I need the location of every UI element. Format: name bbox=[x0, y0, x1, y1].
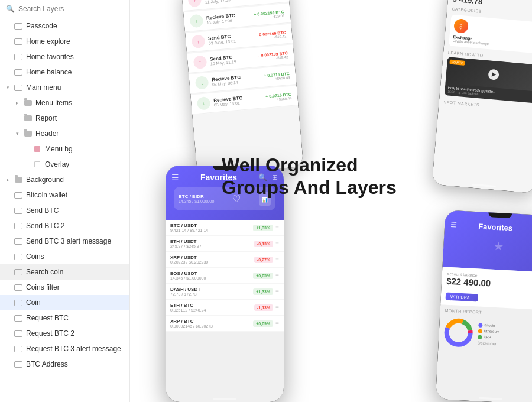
crypto-menu-icon: ≡ bbox=[275, 320, 279, 327]
layer-item-coins-filter[interactable]: Coins filter bbox=[0, 280, 129, 295]
crypto-list: BTC / USDT 9,421.14 / $9,421.14 +1,33% ≡… bbox=[166, 220, 284, 332]
screen-icon bbox=[14, 190, 23, 200]
search-icon: 🔍 bbox=[6, 5, 15, 13]
crypto-badge: -1,13% bbox=[254, 304, 273, 311]
layer-label: Request BTC 2 bbox=[26, 329, 74, 338]
screen-icon bbox=[14, 52, 23, 61]
layer-label: Header bbox=[35, 129, 59, 138]
folder-icon bbox=[23, 129, 33, 138]
crypto-info: ETH / USDT 245.97 / $245.97 bbox=[170, 239, 254, 248]
screen-icon bbox=[14, 283, 23, 292]
crypto-row: EOS / USDT 14,345 / $1.000000 +0,05% ≡ bbox=[166, 268, 284, 284]
withdraw-button[interactable]: WITHDRA... bbox=[446, 293, 478, 302]
layer-item-overlay[interactable]: Overlay bbox=[0, 157, 129, 172]
crypto-pair: ETH / USDT bbox=[170, 239, 254, 244]
tx-amount: - 0.002109 BTC -$19.42 bbox=[257, 30, 287, 40]
layer-label: Menu bg bbox=[45, 145, 73, 153]
crypto-menu-icon: ≡ bbox=[275, 304, 279, 311]
chevron-icon: ▸ bbox=[14, 100, 20, 106]
layer-label: Search coin bbox=[26, 268, 63, 276]
screen-icon bbox=[14, 267, 23, 277]
crypto-info: ETH / BTC 0.026112 / $246.24 bbox=[170, 303, 254, 312]
crypto-pair: EOS / USDT bbox=[170, 271, 253, 276]
crypto-row: XRP / USDT 0.20223 / $0.202230 -0,27% ≡ bbox=[166, 252, 284, 268]
search-input[interactable] bbox=[18, 5, 124, 13]
layer-label: Request BTC 3 alert message bbox=[26, 345, 121, 353]
crypto-row: ETH / USDT 245.97 / $245.97 -0,13% ≡ bbox=[166, 236, 284, 252]
crypto-val: 245.97 / $245.97 bbox=[170, 244, 254, 248]
phone-mockup-4: ☰ Favorites ✓ ★ Account balance $22 490.… bbox=[436, 210, 532, 402]
layer-label: Send BTC bbox=[26, 206, 59, 215]
chevron-icon: ▸ bbox=[5, 177, 11, 183]
layer-item-header[interactable]: ▾Header bbox=[0, 126, 129, 141]
folder-icon bbox=[23, 98, 33, 108]
crypto-menu-icon: ≡ bbox=[275, 273, 279, 279]
phone-mockup-1: ↑ Send BTC 11 July, 17:05 - 0.043010 BTC… bbox=[181, 0, 303, 176]
crypto-row: BTC / USDT 9,421.14 / $9,421.14 +1,33% ≡ bbox=[166, 220, 284, 236]
screen-icon bbox=[14, 221, 23, 231]
folder-icon bbox=[14, 175, 23, 184]
layer-item-background[interactable]: ▸Background bbox=[0, 172, 129, 187]
layer-item-report[interactable]: Report bbox=[0, 111, 129, 126]
crypto-badge: -0,13% bbox=[254, 241, 273, 247]
layer-item-coin[interactable]: Coin bbox=[0, 295, 129, 310]
layer-item-passcode[interactable]: Passcode bbox=[0, 18, 129, 34]
layer-item-menu-bg[interactable]: Menu bg bbox=[0, 141, 129, 157]
layer-item-btc-address[interactable]: BTC Address bbox=[0, 356, 129, 372]
screen-icon bbox=[14, 37, 23, 46]
crypto-pair: DASH / USDT bbox=[170, 287, 253, 292]
layer-item-bitcoin-wallet[interactable]: Bitcoin wallet bbox=[0, 187, 129, 203]
layer-list: PasscodeHome exploreHome favoritesHome b… bbox=[0, 18, 129, 402]
screen-icon bbox=[14, 313, 23, 323]
layer-item-coins[interactable]: Coins bbox=[0, 249, 129, 264]
crypto-badge: -0,27% bbox=[254, 257, 273, 263]
tx-icon: ↓ bbox=[195, 76, 209, 90]
star-pair: BTC / BIDR bbox=[179, 194, 214, 199]
layer-item-home-favorites[interactable]: Home favorites bbox=[0, 49, 129, 64]
tx-amount: - 0.002109 BTC -$19.42 bbox=[258, 51, 288, 61]
crypto-pair: BTC / USDT bbox=[170, 223, 253, 228]
screen-icon bbox=[14, 298, 23, 307]
crypto-val: 0.20223 / $0.202230 bbox=[170, 260, 254, 264]
layer-item-search-coin[interactable]: Search coin bbox=[0, 264, 129, 280]
tx-info: Recieve BTC 11 July, 17:06 bbox=[206, 11, 255, 25]
layer-label: Send BTC 3 alert message bbox=[26, 237, 111, 245]
tx-icon: ↓ bbox=[190, 14, 204, 28]
tx-amount: + 0.0715 BTC +$658.44 bbox=[265, 92, 292, 102]
crypto-pair: XRP / BTC bbox=[170, 319, 253, 324]
play-button bbox=[488, 69, 499, 80]
layer-label: Report bbox=[35, 114, 57, 122]
layer-item-request-btc[interactable]: Request BTC bbox=[0, 310, 129, 326]
layer-item-request-btc-2[interactable]: Request BTC 2 bbox=[0, 326, 129, 341]
phone-mockup-2: ☰ Favorites 🔍 ⊞ BTC / BIDR 14,345 / $1.0… bbox=[166, 166, 284, 402]
layer-item-home-explore[interactable]: Home explore bbox=[0, 34, 129, 49]
crypto-menu-icon: ≡ bbox=[275, 225, 279, 231]
layer-label: Main menu bbox=[26, 83, 61, 92]
crypto-pair: XRP / USDT bbox=[170, 255, 254, 260]
layer-item-menu-items[interactable]: ▸Menu items bbox=[0, 95, 129, 111]
chevron-icon: ▾ bbox=[14, 131, 20, 137]
crypto-menu-icon: ≡ bbox=[275, 288, 279, 295]
rect-pink-icon bbox=[33, 144, 42, 154]
screen-icon bbox=[14, 21, 23, 31]
crypto-info: XRP / BTC 0.00002146 / $0.20273 bbox=[170, 319, 253, 328]
headline-text: Well Organized Groups And Layers bbox=[222, 154, 397, 199]
layer-item-send-btc-2[interactable]: Send BTC 2 bbox=[0, 218, 129, 234]
tx-icon: ↑ bbox=[193, 55, 207, 69]
crypto-val: 0.00002146 / $0.20273 bbox=[170, 324, 253, 328]
layer-item-send-btc-3[interactable]: Send BTC 3 alert message bbox=[0, 234, 129, 249]
layer-item-home-balance[interactable]: Home balance bbox=[0, 64, 129, 80]
screen-icon bbox=[14, 252, 23, 261]
legend-xrp: XRP bbox=[484, 335, 491, 339]
account-section: Account balance $22 490.00 WITHDRA... bbox=[440, 267, 532, 310]
tx-info: Send BTC 11 July, 17:05 bbox=[205, 0, 254, 4]
fav2-star-icon: ★ bbox=[449, 236, 532, 256]
layer-label: Coins filter bbox=[26, 283, 60, 291]
search-bar[interactable]: 🔍 bbox=[0, 0, 129, 18]
layer-item-main-menu[interactable]: ▾Main menu bbox=[0, 80, 129, 95]
layer-item-send-btc[interactable]: Send BTC bbox=[0, 203, 129, 218]
chevron-icon: ▾ bbox=[5, 85, 11, 90]
layer-item-request-btc-3[interactable]: Request BTC 3 alert message bbox=[0, 341, 129, 356]
layer-label: Home favorites bbox=[26, 53, 74, 61]
layer-label: Coins bbox=[26, 252, 44, 261]
